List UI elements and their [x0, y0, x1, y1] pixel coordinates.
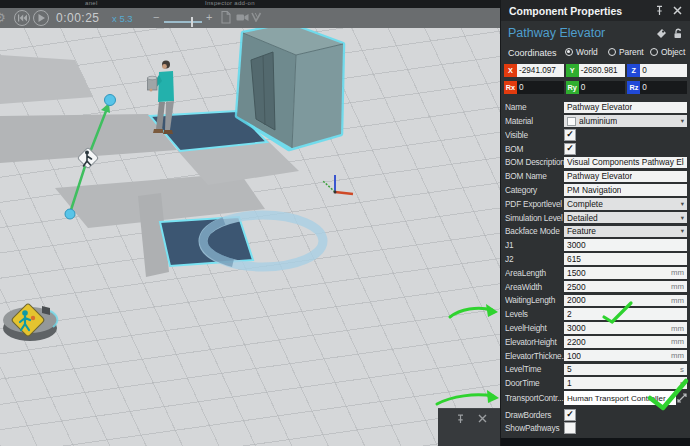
- prop-label-simulation-level: Simulation Level: [505, 213, 564, 223]
- prop-label-visible: Visible: [505, 130, 564, 140]
- field-waitinglength[interactable]: 2000mm: [564, 295, 687, 307]
- prop-label-pdf-exportlevel: PDF Exportlevel: [505, 199, 564, 209]
- row-category: CategoryPM Navigation: [505, 184, 687, 197]
- y-axis-chip: Y: [566, 64, 579, 77]
- rz-axis-chip: Rz: [627, 81, 640, 94]
- radio-label: World: [576, 47, 598, 57]
- viewport-3d[interactable]: [0, 0, 500, 446]
- tag-icon[interactable]: [656, 28, 667, 39]
- field-simulation-level[interactable]: Detailed▾: [564, 212, 687, 224]
- field-backface-mode[interactable]: Feature▾: [564, 226, 687, 238]
- ry-rotation-field[interactable]: 0: [579, 81, 626, 94]
- field-j1[interactable]: 3000: [564, 239, 687, 251]
- row-bom: BOM✓: [505, 142, 687, 155]
- field-name[interactable]: Pathway Elevator: [564, 102, 687, 114]
- prop-label-category: Category: [505, 185, 564, 195]
- material-swatch: [567, 117, 576, 126]
- z-position-field[interactable]: 0: [640, 64, 687, 77]
- ry-axis-chip: Ry: [566, 81, 579, 94]
- clipped-text: Inspector add-on: [205, 0, 255, 6]
- field-bom-description[interactable]: Visual Components Pathway Elevator: [564, 157, 687, 169]
- settings-gear-icon[interactable]: ⚙: [0, 10, 6, 25]
- field-transportcontr[interactable]: Human Transport Controller: [564, 391, 676, 405]
- position-row: X-2941.097 Y-2680.981 Z0: [504, 64, 687, 77]
- route-node[interactable]: [65, 209, 75, 219]
- row-drawborders: DrawBorders✓: [505, 408, 687, 421]
- field-pdf-exportlevel[interactable]: Complete▾: [564, 198, 687, 210]
- field-elevatorthickne[interactable]: 100mm: [564, 350, 687, 362]
- row-j2: J2615: [505, 253, 687, 266]
- simulation-toolbar: ⚙ 0:00:25 x 5.3 − +: [0, 8, 500, 28]
- field-levels[interactable]: 2: [564, 308, 687, 320]
- rewind-button[interactable]: [14, 10, 30, 26]
- unit-label: mm: [669, 268, 684, 277]
- row-levels: Levels2: [505, 308, 687, 321]
- rx-rotation-field[interactable]: 0: [517, 81, 564, 94]
- checkbox-drawborders[interactable]: ✓: [564, 409, 576, 421]
- record-video-icon[interactable]: [236, 13, 249, 22]
- close-dock-icon[interactable]: [478, 414, 487, 423]
- y-position-field[interactable]: -2680.981: [579, 64, 626, 77]
- pin-dock-icon[interactable]: [456, 414, 465, 424]
- close-panel-icon[interactable]: [673, 6, 682, 15]
- prop-label-doortime: DoorTime: [505, 378, 564, 388]
- speed-slider[interactable]: [164, 21, 202, 23]
- radio-object[interactable]: Object: [650, 47, 685, 57]
- radio-circle: [650, 48, 658, 56]
- row-pdf-exportlevel: PDF ExportlevelComplete▾: [505, 198, 687, 211]
- rotation-row: Rx0 Ry0 Rz0: [504, 81, 687, 94]
- field-category[interactable]: PM Navigation: [564, 184, 687, 196]
- row-showpathways: ShowPathways: [505, 422, 687, 435]
- slider-handle[interactable]: [191, 17, 193, 27]
- unit-label: s: [678, 365, 684, 374]
- checkbox-visible[interactable]: ✓: [564, 129, 576, 141]
- clipped-text: anel: [85, 0, 98, 6]
- field-elevatorheight[interactable]: 2200mm: [564, 336, 687, 348]
- row-elevatorheight: ElevatorHeight2200mm: [505, 336, 687, 349]
- prop-label-waitinglength: WaitingLength: [505, 295, 564, 305]
- coordinates-label: Coordinates: [508, 48, 557, 58]
- panel-title: Component Properties: [509, 5, 622, 17]
- field-arealength[interactable]: 1500mm: [564, 267, 687, 279]
- prop-label-showpathways: ShowPathways: [505, 423, 564, 433]
- top-clipped-strip: anel Inspector add-on: [0, 0, 500, 8]
- field-areawidth[interactable]: 2500mm: [564, 281, 687, 293]
- field-leveltime[interactable]: 5s: [564, 364, 687, 376]
- component-properties-panel: Component Properties Pathway Elevator Co…: [500, 0, 690, 446]
- field-j2[interactable]: 615: [564, 253, 687, 265]
- route-node[interactable]: [105, 95, 116, 106]
- export-pdf-icon[interactable]: [221, 11, 231, 24]
- z-axis-chip: Z: [627, 64, 640, 77]
- field-doortime[interactable]: 1s: [564, 377, 687, 389]
- prop-label-elevatorthickne: ElevatorThickne...: [505, 351, 564, 361]
- field-material[interactable]: aluminium▾: [564, 115, 687, 127]
- field-bom-name[interactable]: Pathway Elevator: [564, 171, 687, 183]
- pathway-sign-pedestal[interactable]: [3, 303, 57, 341]
- prop-label-elevatorheight: ElevatorHeight: [505, 337, 564, 347]
- rz-rotation-field[interactable]: 0: [640, 81, 687, 94]
- pin-panel-icon[interactable]: [655, 5, 664, 16]
- prop-label-drawborders: DrawBorders: [505, 410, 564, 420]
- panel-titlebar: Component Properties: [501, 0, 690, 21]
- prop-label-arealength: AreaLength: [505, 268, 564, 278]
- lock-open-icon[interactable]: [673, 28, 684, 39]
- dropdown-arrow-icon: ▾: [681, 117, 684, 125]
- radio-world[interactable]: World: [565, 47, 598, 57]
- x-position-field[interactable]: -2941.097: [517, 64, 564, 77]
- expand-icon[interactable]: [676, 393, 687, 403]
- checkbox-showpathways[interactable]: [564, 422, 576, 434]
- field-levelheight[interactable]: 3000mm: [564, 322, 687, 334]
- prop-label-bom-description: BOM Description: [505, 157, 564, 167]
- prop-label-levels: Levels: [505, 309, 564, 319]
- row-bom-description: BOM DescriptionVisual Components Pathway…: [505, 156, 687, 169]
- radio-label: Object: [661, 47, 685, 57]
- checkbox-bom[interactable]: ✓: [564, 143, 576, 155]
- box-right-face: [292, 44, 343, 148]
- prop-label-material: Material: [505, 116, 564, 126]
- speed-decrease-button[interactable]: −: [153, 11, 159, 23]
- unit-label: mm: [669, 296, 684, 305]
- radio-parent[interactable]: Parent: [608, 47, 644, 57]
- speed-increase-button[interactable]: +: [206, 11, 212, 23]
- play-button[interactable]: [33, 10, 49, 26]
- unit-label: mm: [669, 324, 684, 333]
